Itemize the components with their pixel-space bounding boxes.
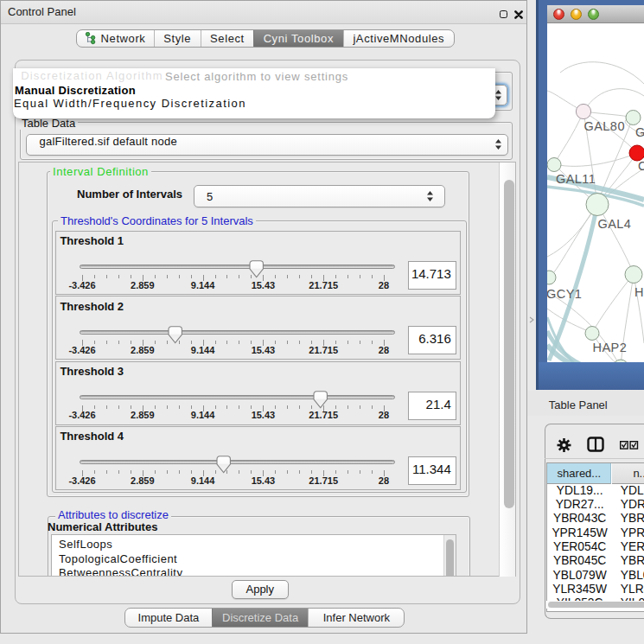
svg-text:GAL11: GAL11 xyxy=(556,172,596,186)
svg-text:H: H xyxy=(634,285,644,299)
svg-text:GA: GA xyxy=(635,125,644,139)
svg-text:GAL4: GAL4 xyxy=(598,217,632,231)
svg-text:C: C xyxy=(638,159,644,173)
svg-text:HAP2: HAP2 xyxy=(593,341,628,354)
svg-text:GAL80: GAL80 xyxy=(584,119,625,133)
svg-text:GCY1: GCY1 xyxy=(547,287,582,301)
